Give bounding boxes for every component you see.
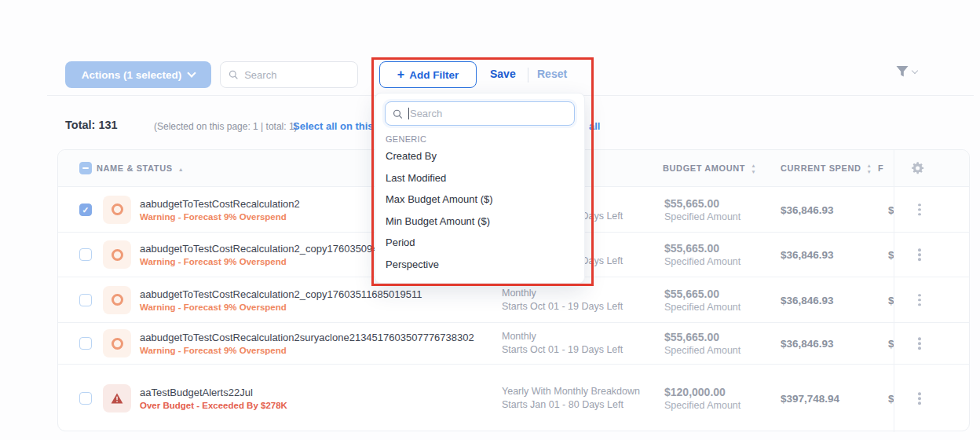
- funnel-icon: [895, 65, 909, 78]
- budget-amount: $120,000.00 Specified Amount: [664, 385, 740, 412]
- chevron-down-icon: [912, 67, 918, 73]
- search-icon: [393, 108, 403, 119]
- budget-status-icon: [103, 384, 131, 412]
- filter-search[interactable]: [385, 101, 575, 126]
- select-all-link[interactable]: Select all on this: [293, 120, 374, 132]
- clipped-forecast-value: $: [888, 249, 894, 261]
- warning-circle-icon: [112, 338, 123, 350]
- select-all-link-fragment[interactable]: all: [589, 120, 600, 132]
- sort-ascending-icon: [178, 163, 185, 173]
- budget-name: aabudgetToTestCostRecalculation2_copy176…: [140, 242, 378, 255]
- pinned-column-divider: [894, 277, 894, 322]
- warning-circle-icon: [112, 294, 123, 306]
- budget-period: Yearly With Monthly Breakdown Starts Jan…: [502, 385, 640, 412]
- filter-option-perspective[interactable]: Perspective: [375, 254, 584, 276]
- budget-name: aabudgetToTestCostRecalculation2: [140, 196, 300, 210]
- filter-funnel-button[interactable]: [895, 65, 917, 78]
- budget-amount: $55,665.00 Specified Amount: [664, 330, 740, 358]
- budget-period: Monthly Starts Oct 01 - 19 Days Left: [502, 287, 623, 314]
- filter-options-list: Created ByLast ModifiedMax Budget Amount…: [375, 145, 584, 275]
- budget-status-text: Warning - Forecast 9% Overspend: [140, 300, 422, 313]
- budget-name: aabudgetToTestCostRecalculation2suryaclo…: [140, 331, 474, 344]
- budget-status-icon: [103, 196, 131, 224]
- filter-option-period[interactable]: Period: [375, 232, 584, 254]
- column-settings-button[interactable]: [911, 162, 924, 175]
- pinned-column-divider: [894, 150, 894, 186]
- filter-dropdown-panel: GENERIC Created ByLast ModifiedMax Budge…: [375, 93, 585, 284]
- table-row[interactable]: aaTestBudgetAlerts22Jul Over Budget - Ex…: [58, 365, 969, 432]
- toolbar-search-input[interactable]: [244, 69, 349, 81]
- row-menu-button[interactable]: [915, 245, 924, 264]
- save-button[interactable]: Save: [490, 68, 516, 80]
- period-type: Monthly: [502, 330, 623, 343]
- filter-option-last-modified[interactable]: Last Modified: [375, 167, 584, 189]
- row-checkbox[interactable]: [79, 204, 92, 216]
- budget-name: aabudgetToTestCostRecalculation2_copy176…: [140, 287, 422, 300]
- search-icon: [229, 69, 238, 80]
- budget-amount-type: Specified Amount: [664, 210, 740, 223]
- filter-option-created-by[interactable]: Created By: [375, 145, 584, 167]
- actions-dropdown-label: Actions (1 selected): [82, 69, 182, 81]
- clipped-forecast-value: $: [888, 338, 894, 350]
- row-checkbox[interactable]: [79, 337, 92, 350]
- current-spend-value: $36,846.93: [781, 249, 834, 261]
- row-menu-button[interactable]: [915, 389, 924, 408]
- table-row[interactable]: aabudgetToTestCostRecalculation2_copy176…: [58, 277, 969, 323]
- row-checkbox[interactable]: [79, 248, 92, 261]
- budget-name-status: aabudgetToTestCostRecalculation2 Warning…: [140, 196, 300, 222]
- current-spend-value: $36,846.93: [781, 294, 834, 306]
- period-range: Starts Oct 01 - 19 Days Left: [502, 300, 623, 314]
- current-spend-value: $36,846.93: [781, 204, 834, 215]
- budget-amount-value: $55,665.00: [664, 196, 740, 210]
- budget-amount-type: Specified Amount: [664, 255, 740, 269]
- filter-search-input[interactable]: [410, 108, 567, 119]
- total-count-label: Total: 131: [65, 119, 118, 131]
- budget-amount-value: $120,000.00: [664, 385, 740, 399]
- text-cursor: [408, 108, 409, 119]
- sort-icon: [751, 162, 756, 174]
- filter-option-min-budget-amount[interactable]: Min Budget Amount ($): [375, 211, 584, 233]
- table-row[interactable]: aabudgetToTestCostRecalculation2suryaclo…: [58, 323, 969, 365]
- budget-name-status: aaTestBudgetAlerts22Jul Over Budget - Ex…: [140, 386, 287, 412]
- plus-icon: [397, 68, 404, 82]
- pinned-column-divider: [894, 187, 894, 232]
- row-checkbox[interactable]: [79, 392, 92, 405]
- budget-name-status: aabudgetToTestCostRecalculation2suryaclo…: [140, 331, 474, 357]
- current-spend-value: $397,748.94: [781, 393, 839, 405]
- row-menu-button[interactable]: [915, 334, 924, 353]
- row-checkbox[interactable]: [79, 294, 92, 306]
- column-header-current-spend[interactable]: CURRENT SPEND: [781, 162, 872, 174]
- budget-amount-type: Specified Amount: [664, 344, 740, 358]
- add-filter-label: Add Filter: [409, 69, 459, 81]
- budget-status-text: Warning - Forecast 9% Overspend: [140, 344, 474, 357]
- actions-dropdown-button[interactable]: Actions (1 selected): [65, 61, 211, 88]
- over-budget-alert-icon: [111, 393, 123, 404]
- row-menu-button[interactable]: [915, 291, 924, 310]
- clipped-forecast-value: $: [888, 204, 894, 215]
- budget-name-status: aabudgetToTestCostRecalculation2_copy176…: [140, 287, 422, 313]
- column-header-budget-amount[interactable]: BUDGET AMOUNT: [663, 162, 756, 174]
- selected-info-label: (Selected on this page: 1 | total: 1): [154, 121, 298, 132]
- budget-amount-type: Specified Amount: [664, 300, 740, 314]
- budget-status-icon: [103, 240, 131, 269]
- gear-icon: [911, 162, 924, 175]
- clipped-forecast-value: $: [888, 294, 894, 306]
- budget-amount-type: Specified Amount: [664, 399, 740, 412]
- select-all-checkbox[interactable]: [79, 162, 92, 174]
- column-header-name-status[interactable]: NAME & STATUS: [97, 163, 184, 173]
- add-filter-button[interactable]: Add Filter: [379, 61, 477, 88]
- reset-button[interactable]: Reset: [537, 68, 567, 80]
- filter-option-max-budget-amount[interactable]: Max Budget Amount ($): [375, 189, 584, 211]
- row-menu-button[interactable]: [915, 200, 924, 219]
- chevron-down-icon: [188, 68, 196, 77]
- budget-amount: $55,665.00 Specified Amount: [664, 286, 740, 314]
- sort-icon: [867, 162, 872, 174]
- period-range: Starts Oct 01 - 19 Days Left: [502, 343, 623, 357]
- column-header-clipped[interactable]: F: [878, 163, 883, 173]
- budget-period: Monthly Starts Oct 01 - 19 Days Left: [502, 330, 623, 357]
- budget-amount: $55,665.00 Specified Amount: [664, 241, 740, 269]
- current-spend-value: $36,846.93: [781, 338, 834, 350]
- toolbar-search[interactable]: [220, 61, 358, 88]
- budget-status-icon: [103, 286, 131, 314]
- budget-status-text: Over Budget - Exceeded By $278K: [140, 399, 287, 412]
